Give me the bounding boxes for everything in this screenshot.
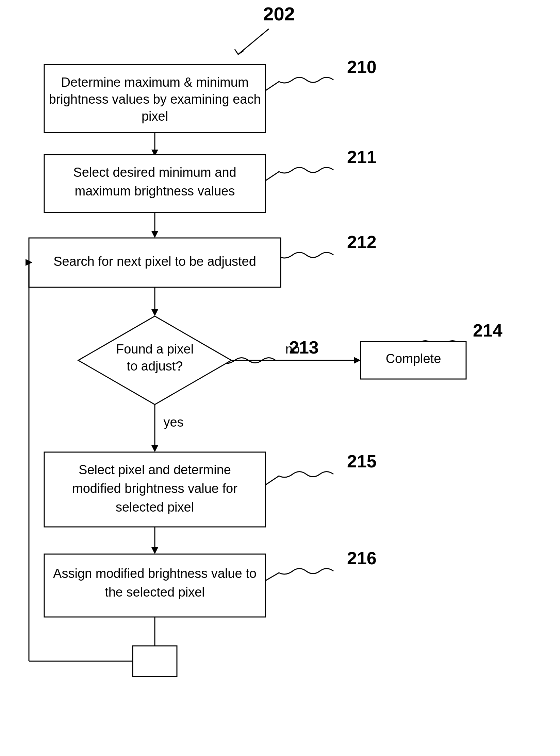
ref-214: 214	[473, 321, 503, 340]
ref-216: 216	[347, 548, 377, 568]
ref-210: 210	[347, 57, 377, 77]
box-215-text3: selected pixel	[116, 500, 194, 514]
box-212-text1: Search for next pixel to be adjusted	[53, 254, 256, 269]
no-label: no	[285, 342, 300, 356]
box-211-text1: Select desired minimum and	[73, 165, 236, 179]
diamond-213-text1: Found a pixel	[116, 342, 194, 356]
svg-marker-6	[151, 231, 158, 238]
box-214-text: Complete	[386, 351, 441, 366]
ref-215: 215	[347, 451, 377, 471]
svg-marker-10	[354, 357, 361, 364]
box-211-text2: maximum brightness values	[75, 184, 235, 198]
yes-label: yes	[163, 415, 183, 429]
svg-marker-8	[151, 309, 158, 316]
diamond-213-text2: to adjust?	[127, 359, 183, 373]
ref-211: 211	[347, 147, 377, 167]
loop-box	[133, 646, 177, 676]
svg-line-0	[238, 29, 269, 54]
box-210-text3: pixel	[142, 109, 168, 123]
svg-marker-14	[151, 547, 158, 554]
box-215-text2: modified brightness value for	[72, 481, 237, 496]
ref-212: 212	[347, 232, 377, 252]
title-label: 202	[263, 3, 295, 24]
svg-line-1	[235, 49, 238, 54]
svg-line-2	[238, 51, 243, 54]
svg-marker-12	[151, 445, 158, 452]
box-210-text1: Determine maximum & minimum	[61, 75, 248, 89]
box-216-text2: the selected pixel	[105, 585, 205, 599]
flowchart-diagram: 202 210 Determine maximum & minimum brig…	[0, 0, 560, 756]
box-215-text1: Select pixel and determine	[79, 463, 231, 477]
box-211	[44, 155, 265, 212]
box-210-text2: brightness values by examining each	[49, 92, 261, 106]
box-216-text1: Assign modified brightness value to	[53, 566, 257, 581]
